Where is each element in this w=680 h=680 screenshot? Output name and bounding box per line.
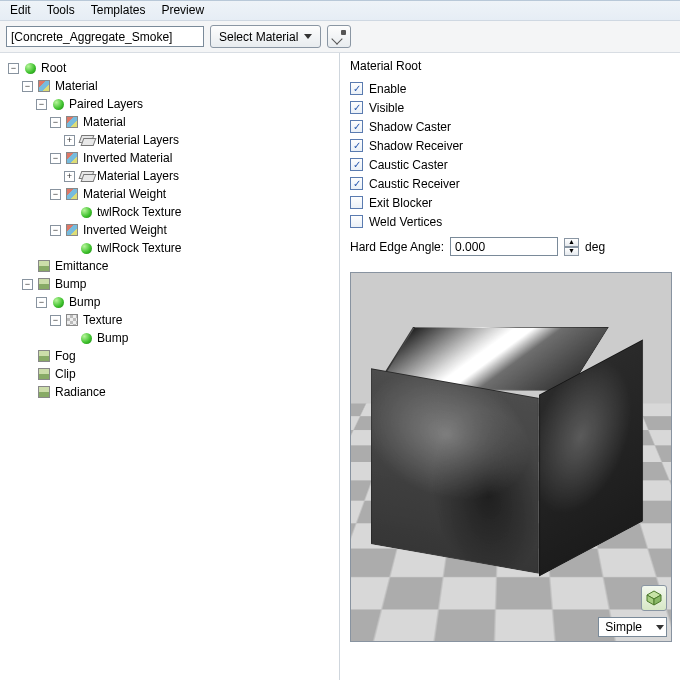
expander-icon[interactable]: − (50, 189, 61, 200)
tree-label: twlRock Texture (97, 241, 181, 255)
tree-label: Root (41, 61, 66, 75)
spin-up-icon[interactable]: ▲ (564, 238, 579, 247)
layers-icon (80, 135, 93, 145)
spin-down-icon[interactable]: ▼ (564, 247, 579, 256)
expander-icon[interactable]: − (50, 315, 61, 326)
tree-inverted-material[interactable]: − Inverted Material (50, 149, 335, 167)
check-caustic-caster[interactable]: ✓ Caustic Caster (350, 155, 672, 174)
checkbox-icon[interactable] (350, 196, 363, 209)
tree-bump-node[interactable]: − Bump (36, 293, 335, 311)
check-shadow-receiver[interactable]: ✓ Shadow Receiver (350, 136, 672, 155)
tree-root[interactable]: − Root (8, 59, 335, 77)
tree-inverted-weight[interactable]: − Inverted Weight (50, 221, 335, 239)
hard-edge-unit: deg (585, 240, 605, 254)
swatch-icon (38, 386, 50, 398)
select-material-button[interactable]: Select Material (210, 25, 321, 48)
menubar: Edit Tools Templates Preview (0, 1, 680, 21)
material-icon (66, 116, 78, 128)
expander-icon[interactable]: − (50, 153, 61, 164)
tree-twlrock-1[interactable]: twlRock Texture (64, 203, 335, 221)
check-label: Enable (369, 82, 406, 96)
texture-icon (66, 314, 78, 326)
tree-bump[interactable]: − Bump (22, 275, 335, 293)
spinner[interactable]: ▲ ▼ (564, 238, 579, 256)
tree-label: Paired Layers (69, 97, 143, 111)
material-icon (66, 224, 78, 236)
tree-texture[interactable]: − Texture (50, 311, 335, 329)
tree-bump-leaf[interactable]: Bump (64, 329, 335, 347)
tree-label: Inverted Material (83, 151, 172, 165)
tree-label: Material (83, 115, 126, 129)
sphere-icon (53, 99, 64, 110)
tree-clip[interactable]: Clip (22, 365, 335, 383)
tree-radiance[interactable]: Radiance (22, 383, 335, 401)
tree-label: Radiance (55, 385, 106, 399)
material-name-input[interactable] (6, 26, 204, 47)
sphere-icon (53, 297, 64, 308)
checkbox-icon[interactable]: ✓ (350, 177, 363, 190)
eyedropper-button[interactable] (327, 25, 351, 48)
tree-label: Fog (55, 349, 76, 363)
checkbox-icon[interactable] (350, 215, 363, 228)
tree-emittance[interactable]: Emittance (22, 257, 335, 275)
expander-icon[interactable]: − (8, 63, 19, 74)
nav-cube-button[interactable] (641, 585, 667, 611)
checkbox-icon[interactable]: ✓ (350, 101, 363, 114)
menu-edit[interactable]: Edit (10, 3, 31, 17)
tree-label: Texture (83, 313, 122, 327)
hard-edge-label: Hard Edge Angle: (350, 240, 444, 254)
tree-label: twlRock Texture (97, 205, 181, 219)
checkbox-icon[interactable]: ✓ (350, 120, 363, 133)
checkbox-icon[interactable]: ✓ (350, 82, 363, 95)
tree-label: Material Weight (83, 187, 166, 201)
cube-icon (646, 590, 662, 606)
tree-twlrock-2[interactable]: twlRock Texture (64, 239, 335, 257)
tree-label: Inverted Weight (83, 223, 167, 237)
tree-paired-layers[interactable]: − Paired Layers (36, 95, 335, 113)
menu-preview[interactable]: Preview (161, 3, 204, 17)
check-weld-vertices[interactable]: Weld Vertices (350, 212, 672, 231)
menu-templates[interactable]: Templates (91, 3, 146, 17)
check-label: Weld Vertices (369, 215, 442, 229)
expander-icon[interactable]: − (50, 225, 61, 236)
tree-material-weight[interactable]: − Material Weight (50, 185, 335, 203)
tree-fog[interactable]: Fog (22, 347, 335, 365)
tree-label: Bump (55, 277, 86, 291)
swatch-icon (38, 278, 50, 290)
chevron-down-icon (656, 625, 664, 630)
render-mode-select[interactable]: Simple (598, 617, 667, 637)
tree-label: Material Layers (97, 133, 179, 147)
expander-icon[interactable]: − (22, 81, 33, 92)
swatch-icon (38, 350, 50, 362)
tree-label: Bump (97, 331, 128, 345)
expander-icon[interactable]: − (36, 99, 47, 110)
material-icon (38, 80, 50, 92)
menu-tools[interactable]: Tools (47, 3, 75, 17)
expander-icon[interactable]: + (64, 171, 75, 182)
expander-icon[interactable]: − (50, 117, 61, 128)
expander-icon[interactable]: + (64, 135, 75, 146)
check-exit-blocker[interactable]: Exit Blocker (350, 193, 672, 212)
checkbox-icon[interactable]: ✓ (350, 158, 363, 171)
check-label: Exit Blocker (369, 196, 432, 210)
tree-material-layers[interactable]: + Material Layers (64, 131, 335, 149)
expander-icon[interactable]: − (36, 297, 47, 308)
check-shadow-caster[interactable]: ✓ Shadow Caster (350, 117, 672, 136)
check-visible[interactable]: ✓ Visible (350, 98, 672, 117)
chevron-down-icon (304, 34, 312, 39)
material-icon (66, 188, 78, 200)
check-label: Caustic Caster (369, 158, 448, 172)
checkbox-icon[interactable]: ✓ (350, 139, 363, 152)
check-caustic-receiver[interactable]: ✓ Caustic Receiver (350, 174, 672, 193)
eyedropper-icon (332, 30, 346, 44)
tree-pane: − Root − Material (0, 53, 340, 680)
tree-label: Emittance (55, 259, 108, 273)
hard-edge-input[interactable] (450, 237, 558, 256)
tree-material-sub[interactable]: − Material (50, 113, 335, 131)
material-preview[interactable]: Simple (350, 272, 672, 642)
expander-icon[interactable]: − (22, 279, 33, 290)
check-enable[interactable]: ✓ Enable (350, 79, 672, 98)
tree-material[interactable]: − Material (22, 77, 335, 95)
tree-material-layers-2[interactable]: + Material Layers (64, 167, 335, 185)
sphere-icon (25, 63, 36, 74)
